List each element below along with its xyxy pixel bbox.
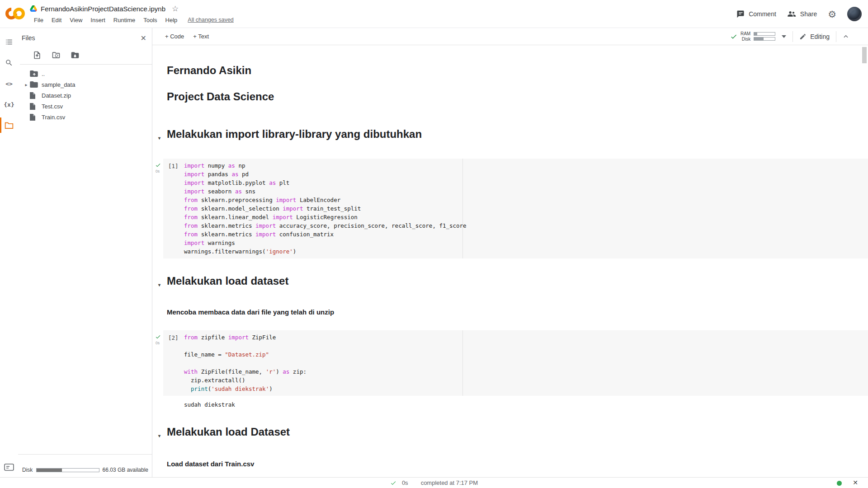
code-line[interactable]: [184, 342, 868, 350]
sidebar-item-search[interactable]: [0, 52, 18, 73]
menu-file[interactable]: File: [30, 15, 47, 25]
section-heading-import-libraries[interactable]: ▾ Melakukan import library-library yang …: [167, 128, 868, 141]
left-rail: <> {x}: [0, 28, 18, 477]
code-line[interactable]: import matplotlib.pyplot as plt: [184, 178, 868, 187]
upload-file-button[interactable]: [33, 51, 42, 60]
sidebar-item-variables[interactable]: {x}: [0, 94, 18, 115]
file-name: Train.csv: [42, 114, 65, 121]
section-heading-load-dataset[interactable]: ▾ Melakukan load dataset: [167, 275, 868, 287]
files-panel-title: Files: [22, 34, 35, 42]
file-name: sample_data: [42, 81, 75, 88]
section-heading-load-dataset-2[interactable]: ▾ Melakukan load Dataset: [167, 426, 868, 438]
disk-gauge: [754, 37, 775, 41]
code-line[interactable]: import numpy as np: [184, 161, 868, 170]
file-name: Test.csv: [42, 103, 63, 110]
cell-output: sudah diekstrak: [184, 401, 868, 408]
code-line[interactable]: zip.extractall(): [184, 376, 868, 385]
upload-file-icon: [33, 51, 42, 60]
menu-tools[interactable]: Tools: [139, 15, 161, 25]
code-line[interactable]: from sklearn.model_selection import trai…: [184, 204, 868, 213]
chevron-down-icon[interactable]: [782, 35, 786, 38]
avatar[interactable]: [847, 7, 862, 21]
code-editor[interactable]: [2] from zipfile import ZipFile file_nam…: [163, 330, 868, 396]
code-line[interactable]: print('sudah diekstrak'): [184, 385, 868, 393]
markdown-bold-text[interactable]: Mencoba membaca data dari file yang tela…: [167, 308, 868, 316]
markdown-bold-text[interactable]: Load dataset dari Train.csv: [167, 460, 868, 468]
terminal-button[interactable]: [0, 464, 18, 471]
code-line[interactable]: import seaborn as sns: [184, 187, 868, 196]
file-tree-item[interactable]: Test.csv: [18, 101, 152, 112]
markdown-heading-2[interactable]: Project Data Science: [167, 90, 868, 103]
code-line[interactable]: import pandas as pd: [184, 170, 868, 178]
file-name: Dataset.zip: [42, 92, 71, 99]
code-line[interactable]: from sklearn.linear_model import Logisti…: [184, 213, 868, 221]
vertical-scrollbar[interactable]: [862, 47, 867, 63]
code-line[interactable]: file_name = "Dataset.zip": [184, 350, 868, 359]
menu-runtime[interactable]: Runtime: [109, 15, 139, 25]
code-line[interactable]: from zipfile import ZipFile: [184, 333, 868, 342]
terminal-icon: [4, 464, 14, 471]
file-icon: [30, 103, 42, 110]
check-icon: [730, 33, 737, 40]
section-collapse-icon[interactable]: ▾: [158, 279, 160, 291]
cell-exec-time: 0s: [156, 341, 160, 345]
close-icon[interactable]: ✕: [141, 34, 146, 42]
code-line[interactable]: warnings.filterwarnings('ignore'): [184, 247, 868, 256]
section-collapse-icon[interactable]: ▾: [158, 132, 160, 145]
disk-label: Disk: [22, 467, 33, 473]
mount-drive-button[interactable]: [71, 51, 80, 60]
variables-icon: {x}: [4, 101, 14, 108]
folder-icon: [5, 122, 14, 129]
code-editor[interactable]: [1] import numpy as npimport pandas as p…: [163, 159, 868, 258]
menu-insert[interactable]: Insert: [86, 15, 109, 25]
disk-usage-bar: [36, 468, 99, 472]
top-actions: Comment Share ⚙: [736, 0, 862, 28]
code-line[interactable]: from sklearn.metrics import accuracy_sco…: [184, 221, 868, 230]
refresh-folder-button[interactable]: [52, 51, 61, 60]
code-line[interactable]: [184, 359, 868, 367]
file-tree-item[interactable]: ..: [18, 68, 152, 79]
comment-button[interactable]: Comment: [736, 10, 776, 18]
chevron-up-icon: [843, 33, 849, 40]
search-icon: [5, 59, 13, 67]
code-line[interactable]: from sklearn.metrics import confusion_ma…: [184, 230, 868, 239]
divider: [836, 31, 836, 42]
code-line[interactable]: with ZipFile(file_name, 'r') as zip:: [184, 367, 868, 376]
add-code-button[interactable]: + Code: [160, 31, 189, 42]
code-line[interactable]: import warnings: [184, 239, 868, 247]
menu-view[interactable]: View: [66, 15, 86, 25]
pencil-icon: [799, 33, 807, 40]
add-text-button[interactable]: + Text: [189, 31, 213, 42]
file-tree-item[interactable]: Train.csv: [18, 112, 152, 122]
gear-icon[interactable]: ⚙: [828, 9, 836, 19]
code-cell-1: 0s [1] import numpy as npimport pandas a…: [152, 159, 868, 258]
folder-icon: [30, 81, 42, 88]
colab-logo-icon[interactable]: [5, 7, 26, 20]
sidebar-item-files[interactable]: [0, 115, 18, 136]
save-status[interactable]: All changes saved: [185, 15, 236, 24]
editing-mode-button[interactable]: Editing: [799, 33, 830, 40]
file-tree-item[interactable]: Dataset.zip: [18, 90, 152, 101]
section-collapse-icon[interactable]: ▾: [158, 430, 160, 442]
title-block: FernandoAsikinProjectDataScience.ipynb ☆…: [30, 3, 236, 25]
file-tree-item[interactable]: ▸sample_data: [18, 79, 152, 90]
star-outline-icon[interactable]: ☆: [172, 4, 179, 14]
resources-widget[interactable]: RAM Disk: [730, 31, 786, 42]
colab-app: FernandoAsikinProjectDataScience.ipynb ☆…: [0, 0, 868, 488]
expand-chevron-icon[interactable]: ▸: [23, 82, 30, 87]
sidebar-item-code-snippets[interactable]: <>: [0, 73, 18, 94]
menu-help[interactable]: Help: [161, 15, 182, 25]
sidebar-item-table-of-contents[interactable]: [0, 32, 18, 52]
status-close-icon[interactable]: ✕: [853, 479, 858, 486]
notebook-toolbar: + Code + Text RAM Disk: [152, 28, 868, 45]
execution-count: [1]: [168, 163, 179, 169]
ram-label: RAM: [741, 31, 750, 36]
notebook-title[interactable]: FernandoAsikinProjectDataScience.ipynb: [41, 5, 165, 13]
collapse-header-button[interactable]: [843, 33, 849, 40]
share-button[interactable]: Share: [787, 10, 817, 18]
markdown-heading-1[interactable]: Fernando Asikin: [167, 64, 868, 77]
disk-label-toolbar: Disk: [742, 37, 750, 42]
code-line[interactable]: from sklearn.preprocessing import LabelE…: [184, 196, 868, 204]
code-brackets-icon: <>: [5, 80, 13, 87]
menu-edit[interactable]: Edit: [47, 15, 66, 25]
